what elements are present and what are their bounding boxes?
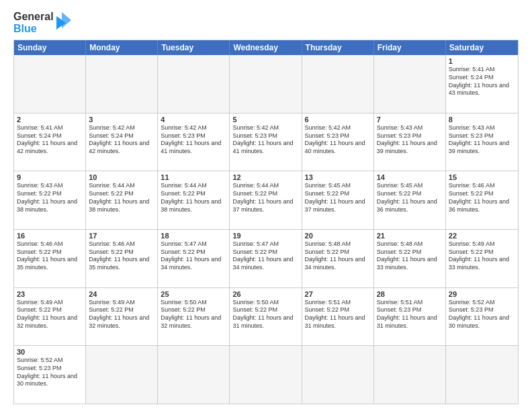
cell-info: Sunrise: 5:43 AM Sunset: 5:22 PM Dayligh… bbox=[17, 182, 83, 214]
day-number: 10 bbox=[89, 173, 154, 181]
cell-info: Sunrise: 5:51 AM Sunset: 5:22 PM Dayligh… bbox=[305, 299, 371, 330]
day-cell-16: 16Sunrise: 5:46 AM Sunset: 5:22 PM Dayli… bbox=[14, 230, 86, 287]
day-number: 24 bbox=[89, 290, 154, 298]
cell-info: Sunrise: 5:45 AM Sunset: 5:22 PM Dayligh… bbox=[377, 182, 443, 214]
day-cell-21: 21Sunrise: 5:48 AM Sunset: 5:22 PM Dayli… bbox=[374, 230, 446, 287]
week-row-0: 1Sunrise: 5:41 AM Sunset: 5:24 PM Daylig… bbox=[14, 55, 518, 113]
day-number: 17 bbox=[89, 232, 154, 240]
cell-info: Sunrise: 5:52 AM Sunset: 5:23 PM Dayligh… bbox=[449, 299, 515, 330]
week-row-3: 16Sunrise: 5:46 AM Sunset: 5:22 PM Dayli… bbox=[14, 229, 518, 287]
calendar-header: SundayMondayTuesdayWednesdayThursdayFrid… bbox=[14, 40, 518, 55]
empty-cell bbox=[302, 346, 374, 404]
cell-info: Sunrise: 5:42 AM Sunset: 5:24 PM Dayligh… bbox=[89, 124, 154, 156]
empty-cell bbox=[302, 55, 374, 113]
day-cell-17: 17Sunrise: 5:46 AM Sunset: 5:22 PM Dayli… bbox=[86, 230, 158, 287]
cell-info: Sunrise: 5:47 AM Sunset: 5:22 PM Dayligh… bbox=[161, 240, 226, 272]
calendar-body: 1Sunrise: 5:41 AM Sunset: 5:24 PM Daylig… bbox=[14, 55, 518, 404]
day-number: 15 bbox=[449, 173, 515, 181]
day-number: 23 bbox=[17, 290, 83, 298]
cell-info: Sunrise: 5:46 AM Sunset: 5:22 PM Dayligh… bbox=[89, 240, 154, 272]
day-cell-27: 27Sunrise: 5:51 AM Sunset: 5:22 PM Dayli… bbox=[302, 288, 374, 346]
day-header-sunday: Sunday bbox=[14, 40, 86, 55]
day-cell-29: 29Sunrise: 5:52 AM Sunset: 5:23 PM Dayli… bbox=[446, 288, 518, 346]
day-number: 18 bbox=[161, 232, 226, 240]
logo: General Blue bbox=[13, 11, 71, 34]
day-cell-9: 9Sunrise: 5:43 AM Sunset: 5:22 PM Daylig… bbox=[14, 171, 86, 229]
day-number: 27 bbox=[305, 290, 371, 298]
empty-cell bbox=[86, 346, 158, 404]
cell-info: Sunrise: 5:48 AM Sunset: 5:22 PM Dayligh… bbox=[377, 240, 443, 272]
day-number: 28 bbox=[377, 290, 443, 298]
day-cell-4: 4Sunrise: 5:42 AM Sunset: 5:23 PM Daylig… bbox=[158, 113, 230, 171]
header: General Blue bbox=[13, 11, 519, 34]
cell-info: Sunrise: 5:41 AM Sunset: 5:24 PM Dayligh… bbox=[449, 66, 515, 97]
cell-info: Sunrise: 5:44 AM Sunset: 5:22 PM Dayligh… bbox=[161, 182, 226, 214]
week-row-2: 9Sunrise: 5:43 AM Sunset: 5:22 PM Daylig… bbox=[14, 171, 518, 229]
day-cell-18: 18Sunrise: 5:47 AM Sunset: 5:22 PM Dayli… bbox=[158, 230, 230, 287]
day-cell-19: 19Sunrise: 5:47 AM Sunset: 5:22 PM Dayli… bbox=[230, 230, 302, 287]
day-cell-8: 8Sunrise: 5:43 AM Sunset: 5:23 PM Daylig… bbox=[446, 113, 518, 171]
empty-cell bbox=[158, 346, 230, 404]
day-cell-20: 20Sunrise: 5:48 AM Sunset: 5:22 PM Dayli… bbox=[302, 230, 374, 287]
week-row-5: 30Sunrise: 5:52 AM Sunset: 5:23 PM Dayli… bbox=[14, 345, 518, 404]
day-number: 14 bbox=[377, 173, 443, 181]
empty-cell bbox=[230, 55, 302, 113]
day-cell-24: 24Sunrise: 5:49 AM Sunset: 5:22 PM Dayli… bbox=[86, 288, 158, 346]
cell-info: Sunrise: 5:42 AM Sunset: 5:23 PM Dayligh… bbox=[305, 124, 371, 156]
empty-cell bbox=[374, 55, 446, 113]
cell-info: Sunrise: 5:49 AM Sunset: 5:22 PM Dayligh… bbox=[89, 299, 154, 330]
day-number: 12 bbox=[232, 173, 298, 181]
day-cell-10: 10Sunrise: 5:44 AM Sunset: 5:22 PM Dayli… bbox=[86, 171, 158, 229]
empty-cell bbox=[14, 55, 86, 113]
day-cell-25: 25Sunrise: 5:50 AM Sunset: 5:22 PM Dayli… bbox=[158, 288, 230, 346]
day-header-monday: Monday bbox=[86, 40, 158, 55]
day-number: 1 bbox=[449, 57, 515, 65]
day-number: 16 bbox=[17, 232, 83, 240]
day-number: 2 bbox=[17, 116, 83, 124]
day-number: 29 bbox=[449, 290, 515, 298]
day-number: 21 bbox=[377, 232, 443, 240]
day-cell-5: 5Sunrise: 5:42 AM Sunset: 5:23 PM Daylig… bbox=[230, 113, 302, 171]
cell-info: Sunrise: 5:50 AM Sunset: 5:22 PM Dayligh… bbox=[232, 299, 298, 330]
day-cell-23: 23Sunrise: 5:49 AM Sunset: 5:22 PM Dayli… bbox=[14, 288, 86, 346]
day-cell-2: 2Sunrise: 5:41 AM Sunset: 5:24 PM Daylig… bbox=[14, 113, 86, 171]
day-header-wednesday: Wednesday bbox=[230, 40, 302, 55]
cell-info: Sunrise: 5:43 AM Sunset: 5:23 PM Dayligh… bbox=[377, 124, 443, 156]
empty-cell bbox=[446, 346, 518, 404]
day-header-tuesday: Tuesday bbox=[158, 40, 230, 55]
day-cell-6: 6Sunrise: 5:42 AM Sunset: 5:23 PM Daylig… bbox=[302, 113, 374, 171]
empty-cell bbox=[230, 346, 302, 404]
day-number: 19 bbox=[232, 232, 298, 240]
day-number: 30 bbox=[17, 348, 83, 356]
day-number: 11 bbox=[161, 173, 226, 181]
cell-info: Sunrise: 5:49 AM Sunset: 5:22 PM Dayligh… bbox=[17, 299, 83, 330]
cell-info: Sunrise: 5:41 AM Sunset: 5:24 PM Dayligh… bbox=[17, 124, 83, 156]
svg-marker-1 bbox=[62, 12, 71, 28]
cell-info: Sunrise: 5:44 AM Sunset: 5:22 PM Dayligh… bbox=[89, 182, 154, 214]
day-cell-7: 7Sunrise: 5:43 AM Sunset: 5:23 PM Daylig… bbox=[374, 113, 446, 171]
week-row-1: 2Sunrise: 5:41 AM Sunset: 5:24 PM Daylig… bbox=[14, 113, 518, 171]
cell-info: Sunrise: 5:46 AM Sunset: 5:22 PM Dayligh… bbox=[17, 240, 83, 272]
day-number: 7 bbox=[377, 116, 443, 124]
cell-info: Sunrise: 5:43 AM Sunset: 5:23 PM Dayligh… bbox=[449, 124, 515, 156]
day-number: 13 bbox=[305, 173, 371, 181]
cell-info: Sunrise: 5:42 AM Sunset: 5:23 PM Dayligh… bbox=[232, 124, 298, 156]
day-cell-14: 14Sunrise: 5:45 AM Sunset: 5:22 PM Dayli… bbox=[374, 171, 446, 229]
week-row-4: 23Sunrise: 5:49 AM Sunset: 5:22 PM Dayli… bbox=[14, 287, 518, 346]
day-number: 3 bbox=[89, 116, 154, 124]
logo-text: General Blue bbox=[13, 11, 54, 34]
cell-info: Sunrise: 5:51 AM Sunset: 5:23 PM Dayligh… bbox=[377, 299, 443, 330]
day-number: 22 bbox=[449, 232, 515, 240]
day-cell-11: 11Sunrise: 5:44 AM Sunset: 5:22 PM Dayli… bbox=[158, 171, 230, 229]
cell-info: Sunrise: 5:49 AM Sunset: 5:22 PM Dayligh… bbox=[449, 240, 515, 272]
day-cell-22: 22Sunrise: 5:49 AM Sunset: 5:22 PM Dayli… bbox=[446, 230, 518, 287]
cell-info: Sunrise: 5:50 AM Sunset: 5:22 PM Dayligh… bbox=[161, 299, 226, 330]
day-number: 5 bbox=[232, 116, 298, 124]
empty-cell bbox=[374, 346, 446, 404]
logo-triangle-icon bbox=[56, 12, 71, 34]
day-number: 9 bbox=[17, 173, 83, 181]
empty-cell bbox=[158, 55, 230, 113]
cell-info: Sunrise: 5:52 AM Sunset: 5:23 PM Dayligh… bbox=[17, 357, 83, 388]
day-cell-13: 13Sunrise: 5:45 AM Sunset: 5:22 PM Dayli… bbox=[302, 171, 374, 229]
day-cell-1: 1Sunrise: 5:41 AM Sunset: 5:24 PM Daylig… bbox=[446, 55, 518, 113]
